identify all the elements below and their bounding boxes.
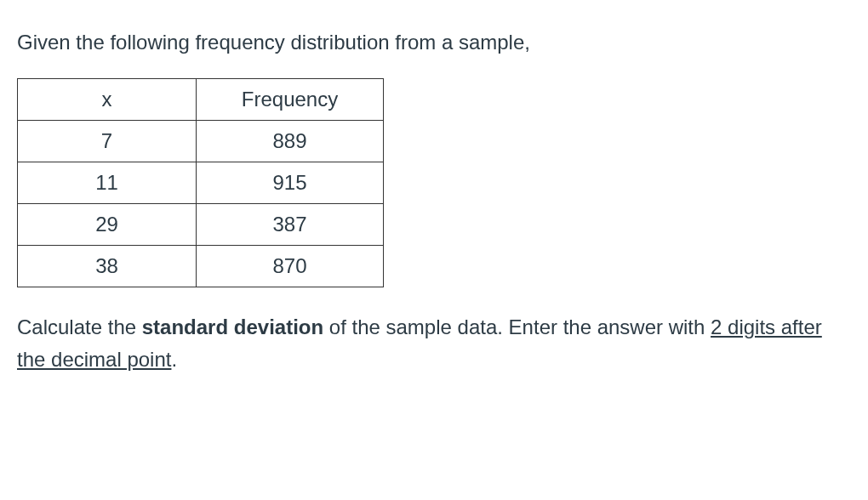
cell-frequency: 915: [197, 162, 384, 204]
header-x: x: [18, 79, 197, 121]
question-part2: of the sample data. Enter the answer wit…: [323, 315, 711, 338]
table-row: 29 387: [18, 204, 384, 246]
cell-frequency: 889: [197, 121, 384, 162]
cell-x: 7: [18, 121, 197, 162]
frequency-table: x Frequency 7 889 11 915 29 387 38 870: [17, 78, 384, 287]
table-row: 38 870: [18, 246, 384, 287]
question-part3: .: [171, 348, 177, 371]
cell-frequency: 387: [197, 204, 384, 246]
table-header-row: x Frequency: [18, 79, 384, 121]
cell-x: 29: [18, 204, 197, 246]
cell-x: 38: [18, 246, 197, 287]
question-bold: standard deviation: [142, 315, 323, 338]
question-text: Calculate the standard deviation of the …: [17, 311, 851, 377]
table-row: 7 889: [18, 121, 384, 162]
header-frequency: Frequency: [197, 79, 384, 121]
question-part1: Calculate the: [17, 315, 142, 338]
table-row: 11 915: [18, 162, 384, 204]
intro-text: Given the following frequency distributi…: [17, 27, 851, 58]
cell-x: 11: [18, 162, 197, 204]
cell-frequency: 870: [197, 246, 384, 287]
